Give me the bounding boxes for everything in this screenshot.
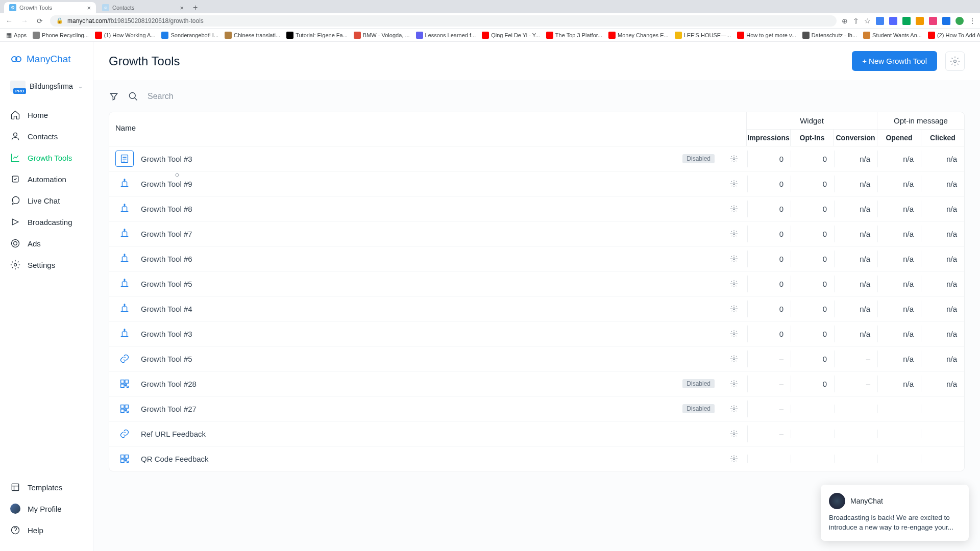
column-clicked[interactable]: Clicked <box>921 130 964 146</box>
workspace-switcher[interactable]: PRO Bildungsfirma ⌄ <box>6 78 87 95</box>
table-row[interactable]: Growth Tool #5–0–n/an/a <box>109 346 964 371</box>
close-icon[interactable]: × <box>87 4 91 12</box>
bookmark-item[interactable]: Tutorial: Eigene Fa... <box>284 31 350 40</box>
table-row[interactable]: Growth Tool #27Disabled– <box>109 396 964 421</box>
bookmark-item[interactable]: Student Wants An... <box>861 31 924 40</box>
sidebar-item-avatar[interactable]: My Profile <box>3 498 90 519</box>
url-bar[interactable]: 🔒 manychat.com/fb198150208192061​8/growt… <box>50 15 837 27</box>
bookmark-item[interactable]: Money Changes E... <box>606 31 671 40</box>
svg-point-10 <box>130 93 136 99</box>
row-settings-button[interactable] <box>727 430 741 438</box>
sidebar-item-ads[interactable]: Ads <box>3 233 90 254</box>
sidebar-item-home[interactable]: Home <box>3 104 90 126</box>
row-settings-button[interactable] <box>727 380 741 388</box>
extension-icon[interactable] <box>916 17 924 25</box>
column-impressions[interactable]: Impressions <box>747 130 790 146</box>
table-body: Growth Tool #3Disabled00n/an/an/aGrowth … <box>109 146 964 471</box>
bookmark-item[interactable]: (2) How To Add A... <box>926 31 980 40</box>
profile-avatar[interactable] <box>955 17 964 25</box>
row-settings-button[interactable] <box>727 155 741 163</box>
browser-tab-active[interactable]: ⚙ Growth Tools × <box>4 2 96 13</box>
brand[interactable]: ManyChat <box>0 42 93 73</box>
extension-icon[interactable] <box>929 17 937 25</box>
table-row[interactable]: Growth Tool #28Disabled–0–n/an/a <box>109 371 964 396</box>
row-settings-button[interactable] <box>727 305 741 313</box>
sidebar-item-help[interactable]: Help <box>3 519 90 541</box>
bookmark-item[interactable]: (1) How Working A... <box>93 31 158 40</box>
extension-icon[interactable] <box>876 17 884 25</box>
bookmark-item[interactable]: LEE'S HOUSE—... <box>673 31 733 40</box>
bookmark-item[interactable]: How to get more v... <box>735 31 798 40</box>
cell-value: – <box>834 375 877 392</box>
bookmark-item[interactable]: Datenschutz - Ih... <box>800 31 859 40</box>
table-row[interactable]: Growth Tool #500n/an/an/a <box>109 271 964 296</box>
new-growth-tool-button[interactable]: + New Growth Tool <box>852 51 937 71</box>
bookmark-item[interactable]: BMW - Vologda, ... <box>352 31 412 40</box>
row-settings-button[interactable] <box>727 355 741 363</box>
zoom-icon[interactable]: ⊕ <box>842 17 848 25</box>
bookmark-item[interactable]: ▦Apps <box>4 31 29 40</box>
table-row[interactable]: Ref URL Feedback– <box>109 421 964 446</box>
disabled-badge: Disabled <box>682 379 715 388</box>
table-row[interactable]: Growth Tool #400n/an/an/a <box>109 296 964 321</box>
table-row[interactable]: Growth Tool #300n/an/an/a <box>109 321 964 346</box>
bookmark-item[interactable]: The Top 3 Platfor... <box>544 31 604 40</box>
bookmark-item[interactable]: Sonderangebot! I... <box>159 31 220 40</box>
column-opened[interactable]: Opened <box>877 130 921 146</box>
bookmarks-bar: ▦AppsPhone Recycling...(1) How Working A… <box>0 29 980 42</box>
bookmark-item[interactable]: Phone Recycling... <box>31 31 91 40</box>
sidebar-item-automation[interactable]: Automation <box>3 168 90 190</box>
row-settings-button[interactable] <box>727 405 741 413</box>
table-row[interactable]: Growth Tool #700n/an/an/a <box>109 221 964 246</box>
back-button[interactable]: ← <box>4 17 14 25</box>
column-conversion[interactable]: Conversion <box>834 130 877 146</box>
sidebar-item-contacts[interactable]: Contacts <box>3 126 90 147</box>
cell-value: – <box>747 400 791 417</box>
bookmark-item[interactable]: Qing Fei De Yi - Y... <box>480 31 542 40</box>
cell-value: 0 <box>747 325 791 342</box>
bookmark-item[interactable]: Lessons Learned f... <box>414 31 478 40</box>
row-settings-button[interactable] <box>727 180 741 188</box>
filter-icon[interactable] <box>109 91 119 102</box>
growth-icon <box>10 153 20 163</box>
table-row[interactable]: QR Code Feedback <box>109 446 964 471</box>
menu-icon[interactable]: ⋮ <box>969 17 976 25</box>
row-settings-button[interactable] <box>727 205 741 213</box>
extension-icon[interactable] <box>902 17 911 25</box>
svg-point-9 <box>954 60 957 62</box>
new-tab-button[interactable]: + <box>190 2 201 13</box>
star-icon[interactable]: ☆ <box>864 17 871 25</box>
search-input[interactable] <box>148 92 301 101</box>
share-icon[interactable]: ⇧ <box>853 17 859 25</box>
row-settings-button[interactable] <box>727 230 741 238</box>
table-row[interactable]: Growth Tool #800n/an/an/a <box>109 196 964 221</box>
reload-button[interactable]: ⟳ <box>35 17 45 25</box>
svg-point-36 <box>733 433 735 435</box>
cell-value <box>834 405 877 413</box>
row-settings-button[interactable] <box>727 455 741 463</box>
extension-icon[interactable] <box>942 17 950 25</box>
sidebar-item-broadcast[interactable]: Broadcasting <box>3 211 90 233</box>
table-row[interactable]: Growth Tool #3Disabled00n/an/an/a <box>109 146 964 171</box>
table-row[interactable]: Growth Tool #600n/an/an/a <box>109 246 964 271</box>
page-settings-button[interactable] <box>945 52 965 71</box>
sidebar-item-growth[interactable]: Growth Tools <box>3 147 90 168</box>
close-icon[interactable]: × <box>180 4 184 12</box>
forward-button[interactable]: → <box>19 17 30 25</box>
column-name[interactable]: Name <box>109 112 746 146</box>
table-row[interactable]: Growth Tool #900n/an/an/a <box>109 171 964 196</box>
extension-icon[interactable] <box>889 17 897 25</box>
search-icon[interactable] <box>128 91 138 102</box>
sidebar-item-chat[interactable]: Live Chat <box>3 190 90 211</box>
sidebar-item-settings[interactable]: Settings <box>3 254 90 276</box>
browser-tab[interactable]: ☺ Contacts × <box>97 2 189 13</box>
sidebar-item-templates[interactable]: Templates <box>3 477 90 498</box>
row-settings-button[interactable] <box>727 255 741 263</box>
column-optins[interactable]: Opt-Ins <box>790 130 834 146</box>
row-settings-button[interactable] <box>727 280 741 288</box>
bookmark-item[interactable]: Chinese translati... <box>223 31 282 40</box>
notification-popup[interactable]: ManyChat Broadcasting is back! We are ex… <box>821 485 969 541</box>
tool-name: Growth Tool #7 <box>141 230 192 238</box>
row-settings-button[interactable] <box>727 330 741 338</box>
cell-value: 0 <box>791 375 834 392</box>
